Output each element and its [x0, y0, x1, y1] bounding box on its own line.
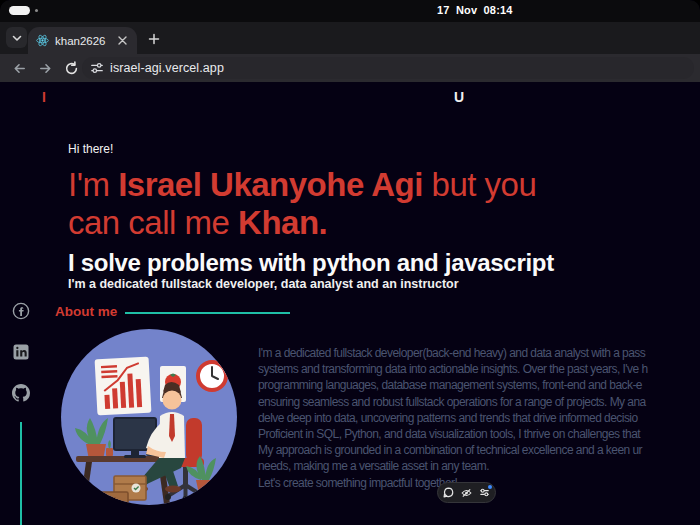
about-paragraph-line: delve deep into data, uncovering pattern…	[258, 410, 700, 426]
tab-search-button[interactable]	[6, 27, 27, 48]
forward-button[interactable]	[36, 59, 54, 77]
notification-dot	[488, 485, 492, 489]
url-text[interactable]: israel-agi.vercel.app	[110, 61, 224, 75]
workspace-indicator-dot	[35, 9, 38, 12]
hero-tagline: I'm a dedicated fullstack developer, dat…	[68, 277, 459, 291]
github-link[interactable]	[12, 384, 30, 402]
about-section-label: About me	[55, 304, 117, 319]
about-paragraph-line: Proficient in SQL, Python, and data visu…	[258, 426, 700, 442]
about-paragraph-line: needs, making me a versatile asset in an…	[258, 458, 700, 474]
hero-title-line2: can call me Khan.	[68, 204, 668, 242]
facebook-link[interactable]	[12, 302, 30, 320]
hero-title-segment: but you	[423, 166, 536, 203]
workspace-indicator-pill	[9, 6, 30, 15]
linkedin-icon	[12, 343, 30, 361]
hero-title-segment: Khan.	[238, 204, 327, 241]
tab-title: khan2626	[55, 35, 115, 47]
about-section-rule	[125, 312, 290, 314]
plus-icon	[148, 33, 160, 45]
about-paragraph: I'm a dedicated fullstack developer(back…	[258, 345, 700, 495]
about-paragraph-line: ensuring seamless and robust fullstack o…	[258, 394, 700, 410]
site-settings-icon[interactable]	[90, 61, 104, 75]
hero-title: I'm Israel Ukanyohe Agi but you can call…	[68, 166, 668, 242]
webpage-content: I U Hi there! I'm Israel Ukanyohe Agi bu…	[0, 82, 700, 525]
facebook-icon	[12, 302, 30, 320]
about-paragraph-line: I'm a dedicated fullstack developer(back…	[258, 345, 700, 361]
sidebar-accent-line	[20, 422, 22, 525]
hero-title-segment: can call me	[68, 204, 238, 241]
draft-mode-eye-icon[interactable]	[461, 487, 472, 498]
tab-khan2626[interactable]: khan2626	[28, 27, 137, 54]
about-paragraph-line: programming languages, database manageme…	[258, 377, 700, 393]
arrow-right-icon	[38, 61, 53, 76]
comment-icon[interactable]	[443, 487, 454, 498]
tab-strip: khan2626	[0, 22, 700, 54]
close-icon	[118, 36, 127, 45]
system-top-bar: 17 Nov 08:14	[0, 0, 700, 22]
about-paragraph-line: My approach is grounded in a combination…	[258, 442, 700, 458]
browser-toolbar: israel-agi.vercel.app	[0, 54, 700, 82]
vercel-toolbar[interactable]	[437, 482, 496, 503]
hero-subtitle: I solve problems with python and javascr…	[68, 249, 554, 277]
new-tab-button[interactable]	[143, 28, 164, 49]
react-favicon-icon	[36, 34, 49, 47]
back-button[interactable]	[10, 59, 28, 77]
github-icon	[12, 384, 30, 402]
about-paragraph-line: systems and transforming data into actio…	[258, 361, 700, 377]
arrow-left-icon	[12, 61, 27, 76]
hero-title-segment: I'm	[68, 166, 118, 203]
feature-flags-icon[interactable]	[479, 487, 490, 498]
tab-close-button[interactable]	[115, 34, 129, 48]
reload-button[interactable]	[62, 59, 80, 77]
browser-window: 17 Nov 08:14 khan2626	[0, 0, 700, 525]
about-illustration	[60, 328, 238, 506]
system-clock[interactable]: 17 Nov 08:14	[437, 4, 513, 16]
site-logo[interactable]: I	[42, 89, 46, 105]
chevron-down-icon	[11, 32, 23, 44]
hero-greeting: Hi there!	[68, 142, 113, 156]
reload-icon	[64, 61, 79, 76]
site-nav-letter[interactable]: U	[454, 89, 464, 105]
hero-title-segment: Israel Ukanyohe Agi	[118, 166, 423, 203]
address-bar[interactable]: israel-agi.vercel.app	[82, 57, 694, 79]
linkedin-link[interactable]	[12, 343, 30, 361]
hero-title-line1: I'm Israel Ukanyohe Agi but you	[68, 166, 668, 204]
